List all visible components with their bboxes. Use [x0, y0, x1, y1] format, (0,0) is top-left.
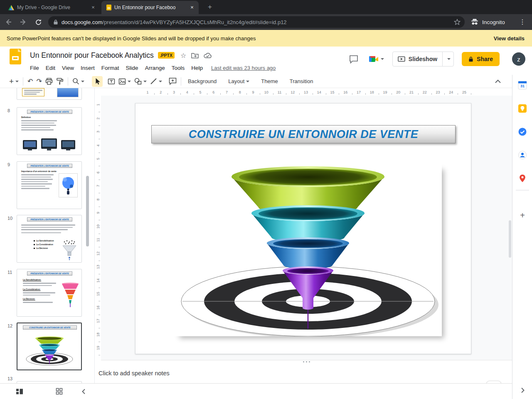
menu-view[interactable]: View — [59, 65, 77, 71]
menu-tools[interactable]: Tools — [168, 65, 188, 71]
browser-tab-slides[interactable]: Un Entonnoir pour Faceboo × — [101, 1, 199, 14]
menu-insert[interactable]: Insert — [77, 65, 98, 71]
layout-button[interactable]: Layout — [224, 76, 254, 86]
filmstrip-scrollbar[interactable] — [86, 176, 89, 246]
tasks-icon[interactable] — [518, 127, 527, 136]
ruler-number: 14 — [316, 90, 323, 94]
ruler-number: 11 — [276, 90, 283, 94]
insert-image-tool[interactable] — [117, 76, 133, 87]
collapse-filmstrip-icon[interactable] — [82, 389, 86, 394]
background-button[interactable]: Background — [184, 76, 221, 86]
slide-canvas: CONSTRUIRE UN ENTONNOIR DE VENTE — [101, 96, 512, 360]
new-tab-button[interactable]: + — [205, 3, 214, 12]
redo-icon[interactable]: ↷ — [35, 76, 44, 87]
calendar-icon[interactable]: 31 — [518, 81, 527, 90]
ruler-tick — [99, 288, 100, 288]
contacts-icon[interactable] — [518, 150, 527, 160]
speaker-notes[interactable]: Click to add speaker notes — [95, 363, 512, 383]
slides-favicon-icon — [106, 5, 111, 10]
slide-number: 9 — [7, 162, 10, 167]
ruler-tick — [99, 342, 100, 342]
slides-logo-icon[interactable] — [9, 48, 22, 65]
expand-side-panel-icon[interactable] — [518, 386, 527, 395]
last-edit-link[interactable]: Last edit was 23 hours ago — [211, 65, 276, 71]
document-title[interactable]: Un Entonnoir pour Facebook Analytics — [30, 51, 154, 60]
star-document-icon[interactable]: ☆ — [180, 52, 186, 59]
thumb10-funnel-image — [59, 239, 79, 260]
undo-icon[interactable]: ↶ — [26, 76, 34, 87]
zoom-tool[interactable] — [71, 76, 86, 87]
print-icon[interactable] — [44, 76, 54, 87]
slideshow-dropdown[interactable] — [443, 58, 453, 60]
meet-button[interactable] — [368, 55, 384, 63]
transition-button[interactable]: Transition — [286, 76, 318, 86]
ruler-number: 4 — [184, 90, 190, 94]
menu-slide[interactable]: Slide — [123, 65, 142, 71]
maps-icon[interactable] — [518, 174, 527, 183]
ruler-number: 19 — [382, 90, 389, 94]
cloud-status-icon[interactable] — [204, 52, 212, 59]
back-icon[interactable] — [2, 15, 15, 29]
side-panel-rail: 31 + — [512, 75, 532, 399]
menu-help[interactable]: Help — [188, 65, 206, 71]
get-addons-button[interactable]: + — [518, 211, 527, 220]
insert-comment-tool[interactable] — [167, 76, 178, 87]
slide-thumbnail-12[interactable]: CONSTRUIRE UN ENTONNOIR DE VENTE — [17, 323, 82, 370]
hide-menus-icon[interactable] — [495, 79, 501, 84]
slide-thumbnail-8[interactable]: PRÉSENTER L'ENTONNOIR DE VENTE Définitio… — [17, 107, 82, 155]
comment-history-icon[interactable] — [349, 55, 358, 64]
menu-edit[interactable]: Edit — [42, 65, 59, 71]
browser-menu-icon[interactable]: ⋮ — [519, 19, 526, 25]
insert-shape-tool[interactable] — [133, 76, 148, 87]
move-folder-icon[interactable] — [191, 52, 199, 59]
slideshow-main[interactable]: Slideshow — [393, 56, 442, 62]
text-box-tool[interactable] — [106, 76, 117, 87]
paint-format-icon[interactable] — [54, 76, 65, 87]
forward-icon[interactable] — [17, 15, 30, 29]
ruler-number: 6 — [96, 169, 100, 175]
reload-icon[interactable] — [32, 15, 45, 29]
thumb7-image — [57, 88, 79, 97]
screen: My Drive - Google Drive × Un Entonnoir p… — [0, 0, 532, 399]
slide-title-box[interactable]: CONSTRUIRE UN ENTONNOIR DE VENTE — [151, 125, 456, 143]
ruler-number: 9 — [96, 210, 100, 216]
ruler-tick — [99, 355, 100, 355]
ruler-number: 2 — [96, 115, 100, 121]
current-slide[interactable]: CONSTRUIRE UN ENTONNOIR DE VENTE — [135, 103, 471, 354]
bookmark-star-icon[interactable] — [454, 19, 461, 25]
speaker-notes-placeholder[interactable]: Click to add speaker notes — [99, 370, 170, 377]
incognito-icon — [470, 19, 479, 25]
slide-thumbnail-10[interactable]: PRÉSENTER L'ENTONNOIR DE VENTE La Sensib… — [17, 215, 82, 263]
slide-number: 11 — [7, 270, 12, 275]
tab-close-icon[interactable]: × — [90, 4, 96, 11]
keep-icon[interactable] — [518, 104, 527, 113]
browser-tab-drive[interactable]: My Drive - Google Drive × — [3, 1, 100, 14]
ruler-tick — [339, 93, 339, 95]
address-bar[interactable]: docs.google.com/presentation/d/14wPkVBYZ… — [48, 16, 465, 28]
menu-arrange[interactable]: Arrange — [142, 65, 168, 71]
slide-thumbnail-7[interactable] — [17, 88, 82, 100]
menu-file[interactable]: File — [27, 65, 42, 71]
select-tool[interactable] — [92, 76, 103, 87]
slideshow-button[interactable]: Slideshow — [392, 52, 454, 66]
notes-resize-handle[interactable] — [101, 360, 512, 363]
menu-format[interactable]: Format — [98, 65, 123, 71]
slide-thumbnail-11[interactable]: PRÉSENTER L'ENTONNOIR DE VENTE La Sensib… — [17, 269, 82, 317]
slide-number: 10 — [7, 216, 12, 221]
grid-view-icon[interactable] — [56, 388, 63, 395]
ruler-tick — [207, 93, 207, 95]
tab-close-icon[interactable]: × — [189, 4, 195, 11]
theme-button[interactable]: Theme — [257, 76, 282, 86]
slide-thumbnail-9[interactable]: PRÉSENTER L'ENTONNOIR DE VENTE Importanc… — [17, 161, 82, 209]
toolbar-separator — [23, 77, 23, 86]
account-avatar[interactable]: z — [512, 52, 525, 66]
new-slide-button[interactable]: + — [7, 76, 20, 87]
menu-bar: File Edit View Insert Format Slide Arran… — [27, 62, 276, 73]
share-button[interactable]: Share — [462, 52, 500, 66]
ruler-tick — [392, 93, 392, 95]
filmstrip-view-icon[interactable] — [16, 388, 23, 395]
canvas-scrollbar[interactable] — [509, 220, 511, 258]
funnel-target-image[interactable] — [174, 164, 442, 336]
view-details-button[interactable]: View details — [494, 35, 525, 42]
insert-line-tool[interactable] — [148, 76, 164, 87]
